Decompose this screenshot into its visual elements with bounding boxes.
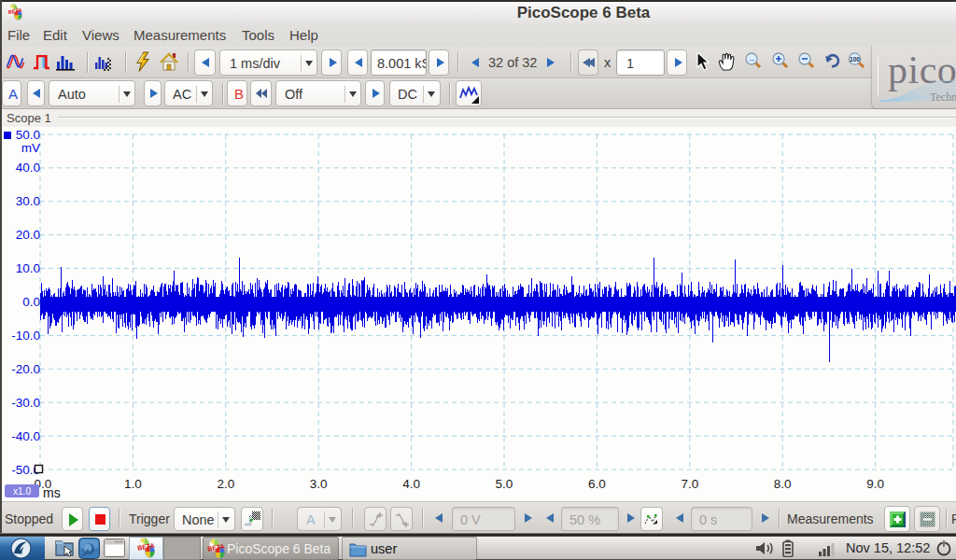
svg-text:20.0: 20.0 [16,228,40,242]
svg-text:10.0: 10.0 [16,261,40,275]
svg-text:100: 100 [850,56,860,63]
svg-text:-20.0: -20.0 [11,362,40,376]
svg-text:ms: ms [43,485,61,500]
svg-text:3.0: 3.0 [310,477,328,491]
svg-text:-40.0: -40.0 [11,429,40,443]
svg-text:-10.0: -10.0 [11,329,40,343]
svg-text:mV: mV [21,141,40,155]
svg-text:6.0: 6.0 [588,477,606,491]
svg-text:0.0: 0.0 [22,295,40,309]
svg-text:8.0: 8.0 [774,477,792,491]
svg-text:50.0: 50.0 [16,128,40,142]
svg-text:9.0: 9.0 [866,477,884,491]
svg-text:↔: ↔ [748,55,755,63]
svg-text:4.0: 4.0 [402,477,420,491]
svg-text:2.0: 2.0 [217,477,234,491]
svg-text:30.0: 30.0 [16,194,40,208]
svg-text:5.0: 5.0 [496,477,513,491]
svg-text:7.0: 7.0 [681,477,698,491]
svg-text:x1.0: x1.0 [13,486,31,497]
svg-text:1.0: 1.0 [124,477,142,491]
svg-text:-30.0: -30.0 [11,396,40,410]
svg-text:40.0: 40.0 [16,161,40,175]
